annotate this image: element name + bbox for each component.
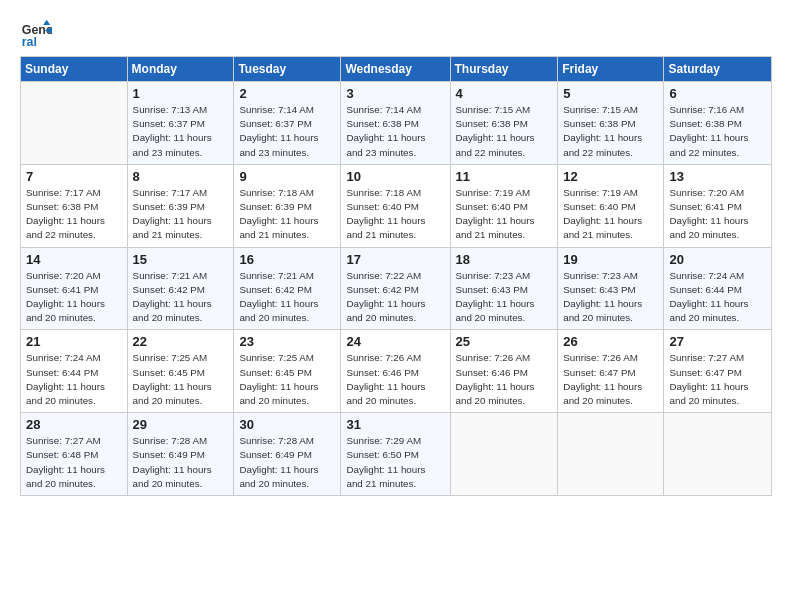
calendar-cell [558, 413, 664, 496]
day-number: 25 [456, 334, 553, 349]
day-number: 28 [26, 417, 122, 432]
day-info: Sunrise: 7:19 AM Sunset: 6:40 PM Dayligh… [563, 186, 658, 243]
calendar-cell: 30Sunrise: 7:28 AM Sunset: 6:49 PM Dayli… [234, 413, 341, 496]
week-row-4: 21Sunrise: 7:24 AM Sunset: 6:44 PM Dayli… [21, 330, 772, 413]
logo-icon: Gene ral [20, 18, 52, 50]
calendar-cell: 18Sunrise: 7:23 AM Sunset: 6:43 PM Dayli… [450, 247, 558, 330]
day-info: Sunrise: 7:21 AM Sunset: 6:42 PM Dayligh… [239, 269, 335, 326]
day-info: Sunrise: 7:24 AM Sunset: 6:44 PM Dayligh… [669, 269, 766, 326]
calendar-cell: 3Sunrise: 7:14 AM Sunset: 6:38 PM Daylig… [341, 82, 450, 165]
calendar-cell: 19Sunrise: 7:23 AM Sunset: 6:43 PM Dayli… [558, 247, 664, 330]
calendar-cell: 5Sunrise: 7:15 AM Sunset: 6:38 PM Daylig… [558, 82, 664, 165]
week-row-1: 1Sunrise: 7:13 AM Sunset: 6:37 PM Daylig… [21, 82, 772, 165]
header-row-days: SundayMondayTuesdayWednesdayThursdayFrid… [21, 57, 772, 82]
day-number: 13 [669, 169, 766, 184]
calendar-cell: 20Sunrise: 7:24 AM Sunset: 6:44 PM Dayli… [664, 247, 772, 330]
calendar-cell: 24Sunrise: 7:26 AM Sunset: 6:46 PM Dayli… [341, 330, 450, 413]
day-info: Sunrise: 7:17 AM Sunset: 6:38 PM Dayligh… [26, 186, 122, 243]
header-row: Gene ral [20, 18, 772, 50]
calendar-cell: 10Sunrise: 7:18 AM Sunset: 6:40 PM Dayli… [341, 164, 450, 247]
day-number: 4 [456, 86, 553, 101]
calendar-cell [21, 82, 128, 165]
day-info: Sunrise: 7:15 AM Sunset: 6:38 PM Dayligh… [563, 103, 658, 160]
calendar-cell: 14Sunrise: 7:20 AM Sunset: 6:41 PM Dayli… [21, 247, 128, 330]
calendar-cell: 2Sunrise: 7:14 AM Sunset: 6:37 PM Daylig… [234, 82, 341, 165]
calendar-cell: 31Sunrise: 7:29 AM Sunset: 6:50 PM Dayli… [341, 413, 450, 496]
day-info: Sunrise: 7:28 AM Sunset: 6:49 PM Dayligh… [133, 434, 229, 491]
day-number: 18 [456, 252, 553, 267]
day-info: Sunrise: 7:23 AM Sunset: 6:43 PM Dayligh… [563, 269, 658, 326]
calendar-cell: 4Sunrise: 7:15 AM Sunset: 6:38 PM Daylig… [450, 82, 558, 165]
day-number: 19 [563, 252, 658, 267]
day-info: Sunrise: 7:20 AM Sunset: 6:41 PM Dayligh… [26, 269, 122, 326]
day-info: Sunrise: 7:28 AM Sunset: 6:49 PM Dayligh… [239, 434, 335, 491]
calendar-cell: 23Sunrise: 7:25 AM Sunset: 6:45 PM Dayli… [234, 330, 341, 413]
day-number: 14 [26, 252, 122, 267]
day-number: 12 [563, 169, 658, 184]
col-header-monday: Monday [127, 57, 234, 82]
week-row-3: 14Sunrise: 7:20 AM Sunset: 6:41 PM Dayli… [21, 247, 772, 330]
day-number: 8 [133, 169, 229, 184]
col-header-wednesday: Wednesday [341, 57, 450, 82]
day-number: 5 [563, 86, 658, 101]
day-number: 10 [346, 169, 444, 184]
day-info: Sunrise: 7:29 AM Sunset: 6:50 PM Dayligh… [346, 434, 444, 491]
day-info: Sunrise: 7:26 AM Sunset: 6:47 PM Dayligh… [563, 351, 658, 408]
calendar-cell: 26Sunrise: 7:26 AM Sunset: 6:47 PM Dayli… [558, 330, 664, 413]
day-number: 31 [346, 417, 444, 432]
calendar-cell: 13Sunrise: 7:20 AM Sunset: 6:41 PM Dayli… [664, 164, 772, 247]
col-header-tuesday: Tuesday [234, 57, 341, 82]
calendar-cell: 25Sunrise: 7:26 AM Sunset: 6:46 PM Dayli… [450, 330, 558, 413]
day-number: 17 [346, 252, 444, 267]
day-number: 15 [133, 252, 229, 267]
day-info: Sunrise: 7:26 AM Sunset: 6:46 PM Dayligh… [346, 351, 444, 408]
day-number: 22 [133, 334, 229, 349]
calendar-cell [664, 413, 772, 496]
day-number: 9 [239, 169, 335, 184]
day-number: 23 [239, 334, 335, 349]
day-number: 11 [456, 169, 553, 184]
calendar-cell: 27Sunrise: 7:27 AM Sunset: 6:47 PM Dayli… [664, 330, 772, 413]
day-number: 3 [346, 86, 444, 101]
week-row-5: 28Sunrise: 7:27 AM Sunset: 6:48 PM Dayli… [21, 413, 772, 496]
day-number: 26 [563, 334, 658, 349]
day-info: Sunrise: 7:13 AM Sunset: 6:37 PM Dayligh… [133, 103, 229, 160]
day-info: Sunrise: 7:18 AM Sunset: 6:39 PM Dayligh… [239, 186, 335, 243]
week-row-2: 7Sunrise: 7:17 AM Sunset: 6:38 PM Daylig… [21, 164, 772, 247]
day-info: Sunrise: 7:19 AM Sunset: 6:40 PM Dayligh… [456, 186, 553, 243]
day-info: Sunrise: 7:25 AM Sunset: 6:45 PM Dayligh… [239, 351, 335, 408]
calendar-cell: 15Sunrise: 7:21 AM Sunset: 6:42 PM Dayli… [127, 247, 234, 330]
col-header-thursday: Thursday [450, 57, 558, 82]
calendar-table: SundayMondayTuesdayWednesdayThursdayFrid… [20, 56, 772, 496]
calendar-cell: 17Sunrise: 7:22 AM Sunset: 6:42 PM Dayli… [341, 247, 450, 330]
day-info: Sunrise: 7:27 AM Sunset: 6:47 PM Dayligh… [669, 351, 766, 408]
day-info: Sunrise: 7:15 AM Sunset: 6:38 PM Dayligh… [456, 103, 553, 160]
day-info: Sunrise: 7:27 AM Sunset: 6:48 PM Dayligh… [26, 434, 122, 491]
calendar-cell: 28Sunrise: 7:27 AM Sunset: 6:48 PM Dayli… [21, 413, 128, 496]
day-info: Sunrise: 7:16 AM Sunset: 6:38 PM Dayligh… [669, 103, 766, 160]
day-info: Sunrise: 7:14 AM Sunset: 6:37 PM Dayligh… [239, 103, 335, 160]
day-number: 21 [26, 334, 122, 349]
calendar-cell: 22Sunrise: 7:25 AM Sunset: 6:45 PM Dayli… [127, 330, 234, 413]
day-number: 30 [239, 417, 335, 432]
svg-text:ral: ral [22, 35, 37, 49]
calendar-cell: 7Sunrise: 7:17 AM Sunset: 6:38 PM Daylig… [21, 164, 128, 247]
col-header-friday: Friday [558, 57, 664, 82]
day-info: Sunrise: 7:24 AM Sunset: 6:44 PM Dayligh… [26, 351, 122, 408]
day-info: Sunrise: 7:26 AM Sunset: 6:46 PM Dayligh… [456, 351, 553, 408]
calendar-cell: 6Sunrise: 7:16 AM Sunset: 6:38 PM Daylig… [664, 82, 772, 165]
day-number: 24 [346, 334, 444, 349]
day-info: Sunrise: 7:20 AM Sunset: 6:41 PM Dayligh… [669, 186, 766, 243]
calendar-cell: 9Sunrise: 7:18 AM Sunset: 6:39 PM Daylig… [234, 164, 341, 247]
day-number: 20 [669, 252, 766, 267]
day-info: Sunrise: 7:18 AM Sunset: 6:40 PM Dayligh… [346, 186, 444, 243]
col-header-sunday: Sunday [21, 57, 128, 82]
calendar-cell: 21Sunrise: 7:24 AM Sunset: 6:44 PM Dayli… [21, 330, 128, 413]
calendar-page: Gene ral SundayMondayTuesdayWednesdayThu… [0, 0, 792, 612]
day-info: Sunrise: 7:17 AM Sunset: 6:39 PM Dayligh… [133, 186, 229, 243]
day-info: Sunrise: 7:23 AM Sunset: 6:43 PM Dayligh… [456, 269, 553, 326]
day-number: 29 [133, 417, 229, 432]
day-number: 27 [669, 334, 766, 349]
day-info: Sunrise: 7:21 AM Sunset: 6:42 PM Dayligh… [133, 269, 229, 326]
day-number: 1 [133, 86, 229, 101]
